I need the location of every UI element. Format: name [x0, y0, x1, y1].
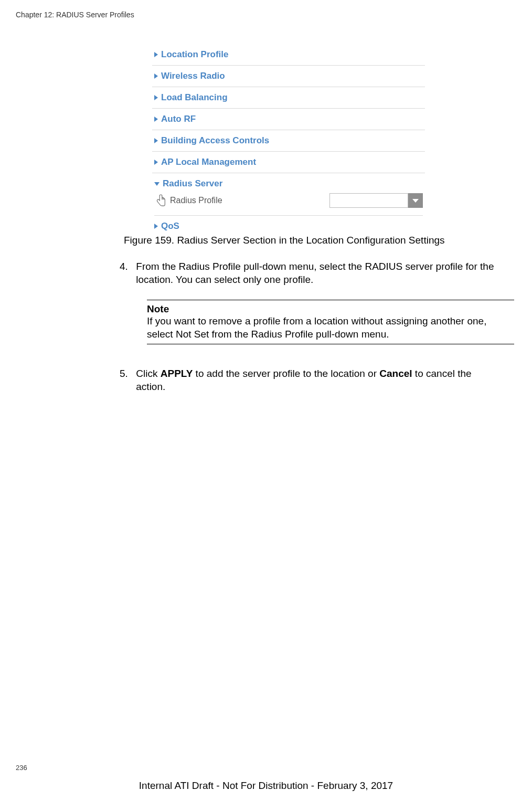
accordion-item-ap-local-management[interactable]: AP Local Management — [152, 152, 425, 173]
accordion-label: Auto RF — [161, 114, 196, 124]
text-segment: to add the server profile to the locatio… — [193, 368, 379, 379]
figure-screenshot: Location Profile Wireless Radio Load Bal… — [152, 44, 425, 237]
accordion-label: Load Balancing — [161, 92, 228, 103]
chevron-right-icon — [154, 73, 158, 79]
chevron-right-icon — [154, 95, 158, 100]
chevron-down-icon — [154, 182, 159, 186]
radius-server-header[interactable]: Radius Server — [154, 178, 423, 189]
note-text: If you want to remove a profile from a l… — [147, 315, 514, 341]
accordion-label: Location Profile — [161, 49, 228, 60]
accordion-item-auto-rf[interactable]: Auto RF — [152, 109, 425, 130]
chapter-header: Chapter 12: RADIUS Server Profiles — [16, 10, 134, 19]
cancel-keyword: Cancel — [379, 368, 412, 379]
accordion-label: Radius Server — [163, 178, 222, 189]
page-number: 236 — [16, 764, 27, 772]
note-title: Note — [147, 303, 514, 315]
accordion-item-qos[interactable]: QoS — [152, 216, 425, 237]
figure-caption: Figure 159. Radius Server Section in the… — [124, 235, 445, 246]
chevron-right-icon — [154, 138, 158, 143]
accordion-item-wireless-radio[interactable]: Wireless Radio — [152, 66, 425, 87]
accordion-label: Wireless Radio — [161, 71, 225, 81]
divider — [147, 300, 514, 300]
accordion-label: AP Local Management — [161, 157, 256, 167]
step-number: 4. — [120, 260, 133, 273]
accordion-item-building-access-controls[interactable]: Building Access Controls — [152, 130, 425, 152]
accordion-item-load-balancing[interactable]: Load Balancing — [152, 87, 425, 109]
step-text: Click APPLY to add the server profile to… — [136, 367, 503, 393]
hand-cursor-icon — [155, 194, 167, 207]
step-4: 4. From the Radius Profile pull-down men… — [120, 260, 518, 286]
accordion-label: QoS — [161, 221, 179, 231]
apply-keyword: APPLY — [161, 368, 193, 379]
step-text: From the Radius Profile pull-down menu, … — [136, 260, 503, 286]
accordion-item-radius-server: Radius Server Radius Profile — [152, 173, 425, 216]
step-number: 5. — [120, 367, 133, 381]
note-box: Note If you want to remove a profile fro… — [147, 297, 514, 347]
footer-text: Internal ATI Draft - Not For Distributio… — [0, 780, 532, 792]
chevron-right-icon — [154, 160, 158, 165]
accordion-item-location-profile[interactable]: Location Profile — [152, 44, 425, 66]
radius-profile-dropdown[interactable] — [329, 193, 423, 208]
chevron-right-icon — [154, 224, 158, 229]
radius-profile-label: Radius Profile — [170, 196, 222, 205]
chevron-right-icon — [154, 52, 158, 57]
dropdown-button[interactable] — [408, 193, 423, 208]
chevron-down-icon — [412, 199, 419, 203]
divider — [147, 344, 514, 344]
radius-profile-input[interactable] — [329, 193, 408, 208]
accordion-label: Building Access Controls — [161, 135, 269, 146]
text-segment: Click — [136, 368, 160, 379]
step-5: 5. Click APPLY to add the server profile… — [120, 367, 518, 393]
chevron-right-icon — [154, 117, 158, 122]
